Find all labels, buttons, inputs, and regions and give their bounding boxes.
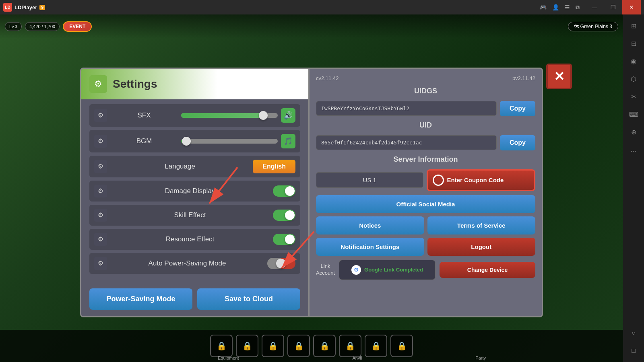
sfx-slider-container: 🔊 <box>181 108 295 123</box>
uid-display: 865ef0f1f62424cdb4f2da45f92ce1ac <box>316 135 497 150</box>
damage-display-label: Damage Display <box>112 187 268 195</box>
uidgs-title: UIDGS <box>316 87 535 95</box>
uid-row: 865ef0f1f62424cdb4f2da45f92ce1ac Copy <box>316 135 535 150</box>
language-button[interactable]: English <box>253 160 295 173</box>
sfx-slider-track[interactable] <box>181 113 278 118</box>
google-link-button[interactable]: G Google Link Completed <box>339 260 436 280</box>
dialog-close-button[interactable]: ✕ <box>546 64 572 89</box>
right-sidebar: ⊞ ⊟ ◉ ⬡ ✂ ⌨ ⊕ … ○ □ <box>623 14 644 362</box>
sidebar-tool-1[interactable]: ⊞ <box>625 18 642 34</box>
damage-display-gear-icon: ⚙ <box>94 185 107 197</box>
ldplayer-name: LDPlayer <box>14 4 37 10</box>
sidebar-tool-2[interactable]: ⊟ <box>625 35 642 51</box>
language-label: Language <box>112 162 248 171</box>
notices-button[interactable]: Notices <box>316 216 424 234</box>
bgm-slider-track[interactable] <box>181 139 278 144</box>
menu-icon[interactable]: ☰ <box>565 4 570 10</box>
server-row: US 1 Enter Coupon Code <box>316 169 535 191</box>
skill-effect-toggle-knob <box>285 210 295 220</box>
google-link-label: Google Link Completed <box>364 267 423 273</box>
damage-display-row: ⚙ Damage Display <box>89 181 300 202</box>
sidebar-tool-8[interactable]: … <box>625 142 642 158</box>
bgm-control: 🎵 <box>181 134 295 148</box>
link-account-row: LinkAccount G Google Link Completed Chan… <box>316 260 535 280</box>
sidebar-tool-square[interactable]: □ <box>625 343 642 359</box>
skill-effect-label: Skill Effect <box>112 211 268 219</box>
close-button[interactable]: ✕ <box>622 0 641 14</box>
sfx-slider-fill <box>181 113 263 118</box>
official-social-button[interactable]: Official Social Media <box>316 195 535 213</box>
lock-slot-1: 🔒 <box>210 335 233 357</box>
profile-icon[interactable]: 👤 <box>552 4 559 10</box>
enter-coupon-button[interactable]: Enter Coupon Code <box>427 169 536 191</box>
resource-effect-toggle[interactable] <box>273 234 295 245</box>
sidebar-tool-4[interactable]: ⬡ <box>625 71 642 87</box>
sfx-sound-icon: 🔊 <box>281 108 295 123</box>
sfx-row: ⚙ SFX 🔊 <box>89 104 300 127</box>
auto-power-row: ⚙ Auto Power-Saving Mode <box>89 253 300 274</box>
power-saving-mode-button[interactable]: Power-Saving Mode <box>89 288 192 310</box>
ldplayer-version-badge: 9 <box>39 5 45 10</box>
coupon-label: Enter Coupon Code <box>447 177 504 183</box>
event-button[interactable]: EVENT <box>63 21 92 32</box>
uid-title: UID <box>316 121 535 130</box>
ldplayer-logo: LD LDPlayer 9 <box>3 3 45 12</box>
terms-button[interactable]: Terms of Service <box>427 216 536 234</box>
settings-panel: ⚙ Settings ⚙ SFX 🔊 <box>80 68 310 317</box>
skill-effect-toggle[interactable] <box>273 210 295 221</box>
sidebar-tool-5[interactable]: ✂ <box>625 88 642 105</box>
nav-anvil[interactable]: Anvil <box>353 356 362 360</box>
resource-effect-control <box>273 234 295 245</box>
skill-effect-row: ⚙ Skill Effect <box>89 205 300 226</box>
sfx-control: 🔊 <box>181 108 295 123</box>
window-controls: — ❐ ✕ <box>585 0 641 14</box>
game-ui-bar: Lv.3 4,420 / 1,700 EVENT 🗺 Green Plains … <box>0 14 623 39</box>
nav-equipment[interactable]: Equipment <box>218 356 239 360</box>
sidebar-tool-6[interactable]: ⌨ <box>625 106 642 122</box>
sidebar-tool-7[interactable]: ⊕ <box>625 124 642 140</box>
skill-effect-gear-icon: ⚙ <box>94 209 107 222</box>
change-device-button[interactable]: Change Device <box>440 262 535 278</box>
currency-display: 4,420 / 1,700 <box>25 22 60 31</box>
pv-version: pv2.11.42 <box>512 75 535 81</box>
bgm-slider-container: 🎵 <box>181 134 295 148</box>
close-icon: ✕ <box>554 69 565 84</box>
server-info-title: Server Information <box>316 155 535 164</box>
uidgs-copy-button[interactable]: Copy <box>500 101 535 116</box>
auto-power-label: Auto Power-Saving Mode <box>112 259 262 267</box>
nav-party[interactable]: Party <box>475 356 486 360</box>
damage-display-toggle-knob <box>285 186 295 196</box>
minimize-button[interactable]: — <box>585 0 604 14</box>
settings-body: ⚙ SFX 🔊 ⚙ BGM <box>81 99 308 282</box>
auto-power-toggle[interactable] <box>267 258 295 269</box>
lock-slot-8: 🔒 <box>390 335 413 357</box>
lock-slot-7: 🔒 <box>365 335 387 357</box>
sfx-slider-thumb[interactable] <box>259 111 268 120</box>
lock-slot-5: 🔒 <box>313 335 336 357</box>
gamepad-icon[interactable]: 🎮 <box>540 4 547 10</box>
google-g-icon: G <box>351 265 361 275</box>
ldplayer-icon: LD <box>3 3 12 12</box>
logout-button[interactable]: Logout <box>427 238 536 256</box>
lock-slot-4: 🔒 <box>287 335 310 357</box>
sidebar-tool-circle[interactable]: ○ <box>625 325 642 341</box>
sidebar-tool-3[interactable]: ◉ <box>625 53 642 69</box>
cv-version: cv2.11.42 <box>316 75 339 81</box>
save-to-cloud-button[interactable]: Save to Cloud <box>197 288 300 310</box>
language-gear-icon: ⚙ <box>94 160 107 173</box>
settings-footer: Power-Saving Mode Save to Cloud <box>81 282 308 316</box>
notification-settings-button[interactable]: Notification Settings <box>316 238 424 256</box>
auto-power-toggle-knob <box>276 259 286 268</box>
version-bar: cv2.11.42 pv2.11.42 <box>316 75 535 81</box>
resource-effect-toggle-knob <box>285 234 295 244</box>
damage-display-toggle[interactable] <box>273 185 295 197</box>
bgm-slider-thumb[interactable] <box>182 137 191 146</box>
sfx-label: SFX <box>112 111 176 119</box>
coupon-circle-icon <box>433 175 444 186</box>
auto-power-control <box>267 258 295 269</box>
uidgs-display: IwSPBeYYfzYoCoGKnsTJSHbY6wl2 <box>316 101 497 116</box>
maximize-button[interactable]: ❐ <box>604 0 622 14</box>
uid-copy-button[interactable]: Copy <box>500 135 535 150</box>
window-icon[interactable]: ⧉ <box>576 4 580 11</box>
titlebar-icons: 🎮 👤 ☰ ⧉ <box>540 4 580 11</box>
